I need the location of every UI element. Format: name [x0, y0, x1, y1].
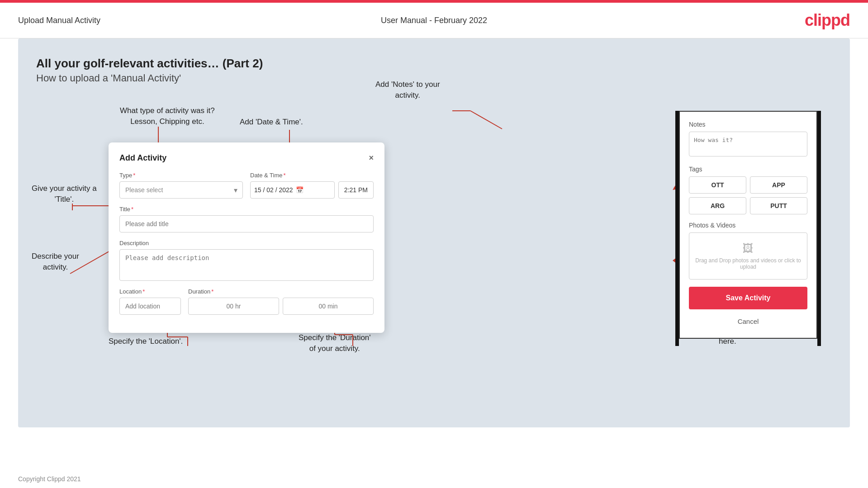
notes-section: Notes: [689, 121, 807, 158]
location-label: Location*: [119, 288, 181, 295]
modal-title: Add Activity: [119, 153, 166, 163]
photos-label: Photos & Videos: [689, 222, 807, 229]
upload-text: Drag and Drop photos and videos or click…: [694, 257, 802, 270]
title-label: Title*: [119, 206, 374, 213]
time-value: 2:21 PM: [344, 186, 368, 194]
modal-close-button[interactable]: ×: [369, 153, 374, 163]
annotation-give-title: Give your activity a 'Title'.: [32, 183, 97, 205]
description-textarea[interactable]: [119, 249, 374, 281]
save-activity-button[interactable]: Save Activity: [689, 287, 807, 309]
description-label: Description: [119, 240, 374, 246]
cancel-button[interactable]: Cancel: [689, 314, 807, 329]
page-title: Upload Manual Activity: [18, 16, 100, 25]
footer: Copyright Clippd 2021: [18, 475, 81, 483]
type-group: Type* Please select ▾: [119, 172, 243, 199]
manual-subtitle: User Manual - February 2022: [381, 16, 487, 25]
tag-ott[interactable]: OTT: [689, 176, 746, 194]
type-select-wrapper: Please select ▾: [119, 181, 243, 199]
phone-panel: Notes Tags OTT APP ARG PUTT Photos & Vid…: [679, 111, 817, 339]
duration-group: Duration*: [188, 288, 374, 315]
svg-line-17: [470, 111, 502, 129]
tags-section: Tags OTT APP ARG PUTT: [689, 166, 807, 214]
phone-content: Notes Tags OTT APP ARG PUTT Photos & Vid…: [680, 112, 816, 338]
photos-section: Photos & Videos 🖼 Drag and Drop photos a…: [689, 222, 807, 280]
annotation-activity-type: What type of activity was it? Lesson, Ch…: [120, 105, 215, 127]
time-input[interactable]: 2:21 PM: [338, 181, 374, 199]
type-label: Type*: [119, 172, 243, 179]
description-group: Description: [119, 240, 374, 281]
tag-putt[interactable]: PUTT: [750, 197, 807, 214]
date-value: 15 / 02 / 2022: [254, 186, 293, 194]
duration-min-input[interactable]: [283, 298, 374, 315]
date-input[interactable]: 15 / 02 / 2022 📅: [250, 181, 335, 199]
logo: clippd: [805, 11, 850, 30]
modal-header: Add Activity ×: [119, 153, 374, 163]
section-heading: All your golf-relevant activities… (Part…: [36, 57, 832, 71]
add-activity-modal: Add Activity × Type* Please select ▾ Dat…: [109, 142, 384, 333]
duration-label: Duration*: [188, 288, 374, 295]
annotation-date-time: Add 'Date & Time'.: [240, 118, 303, 127]
duration-hr-input[interactable]: [188, 298, 279, 315]
duration-wrapper: [188, 298, 374, 315]
photos-upload-area[interactable]: 🖼 Drag and Drop photos and videos or cli…: [689, 232, 807, 280]
datetime-group: Date & Time* 15 / 02 / 2022 📅 2:21 PM: [250, 172, 374, 199]
notes-label: Notes: [689, 121, 807, 128]
datetime-label: Date & Time*: [250, 172, 374, 179]
location-group: Location*: [119, 288, 181, 315]
date-time-wrapper: 15 / 02 / 2022 📅 2:21 PM: [250, 181, 374, 199]
location-duration-row: Location* Duration*: [119, 288, 374, 315]
annotation-notes: Add 'Notes' to your activity.: [375, 79, 440, 101]
title-group: Title*: [119, 206, 374, 232]
notes-textarea[interactable]: [689, 132, 807, 156]
annotation-location: Specify the 'Location'.: [109, 337, 183, 346]
location-input[interactable]: [119, 298, 181, 315]
tag-app[interactable]: APP: [750, 176, 807, 194]
type-select[interactable]: Please select: [119, 181, 243, 199]
phone-left-bar: [675, 111, 679, 346]
annotation-describe: Describe your activity.: [32, 251, 79, 273]
copyright-text: Copyright Clippd 2021: [18, 475, 81, 483]
tags-grid: OTT APP ARG PUTT: [689, 176, 807, 214]
calendar-icon: 📅: [296, 186, 304, 194]
main-content: All your golf-relevant activities… (Part…: [18, 38, 850, 427]
header: Upload Manual Activity User Manual - Feb…: [0, 3, 868, 38]
phone-right-bar: [817, 111, 821, 346]
tags-label: Tags: [689, 166, 807, 173]
upload-icon: 🖼: [743, 242, 754, 255]
type-datetime-row: Type* Please select ▾ Date & Time* 15 / …: [119, 172, 374, 199]
annotation-duration: Specify the 'Duration' of your activity.: [299, 332, 371, 354]
tag-arg[interactable]: ARG: [689, 197, 746, 214]
title-input[interactable]: [119, 215, 374, 232]
